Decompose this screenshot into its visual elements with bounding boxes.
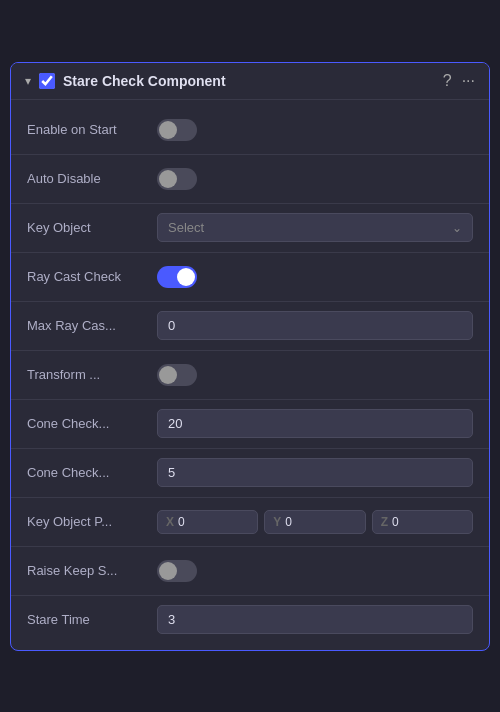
key-object-select-value: Select: [168, 220, 204, 235]
enable-on-start-toggle[interactable]: [157, 119, 197, 141]
x-label: X: [166, 515, 174, 529]
max-ray-cast-label: Max Ray Cas...: [27, 318, 157, 333]
ray-cast-check-toggle[interactable]: [157, 266, 197, 288]
x-value: 0: [178, 515, 185, 529]
z-label: Z: [381, 515, 388, 529]
key-object-position-label: Key Object P...: [27, 514, 157, 529]
z-field[interactable]: Z 0: [372, 510, 473, 534]
raise-keep-s-toggle[interactable]: [157, 560, 197, 582]
ray-cast-check-label: Ray Cast Check: [27, 269, 157, 284]
header-icons: ? ···: [443, 73, 475, 89]
enable-on-start-label: Enable on Start: [27, 122, 157, 137]
collapse-arrow-icon[interactable]: ▾: [25, 74, 31, 88]
panel-body: Enable on Start Auto Disable Key Obj: [11, 100, 489, 650]
stare-time-control: [157, 605, 473, 634]
auto-disable-control: [157, 168, 473, 190]
z-value: 0: [392, 515, 399, 529]
y-field[interactable]: Y 0: [264, 510, 365, 534]
stare-time-input[interactable]: [157, 605, 473, 634]
row-cone-check-1: Cone Check...: [11, 402, 489, 446]
max-ray-cast-control: [157, 311, 473, 340]
cone-check-1-input[interactable]: [157, 409, 473, 438]
cone-check-2-label: Cone Check...: [27, 465, 157, 480]
key-object-select[interactable]: Select ⌄: [157, 213, 473, 242]
key-object-label: Key Object: [27, 220, 157, 235]
xyz-group: X 0 Y 0 Z 0: [157, 510, 473, 534]
cone-check-1-control: [157, 409, 473, 438]
more-options-icon[interactable]: ···: [462, 73, 475, 89]
max-ray-cast-input[interactable]: [157, 311, 473, 340]
row-max-ray-cast: Max Ray Cas...: [11, 304, 489, 348]
x-field[interactable]: X 0: [157, 510, 258, 534]
y-label: Y: [273, 515, 281, 529]
panel-header: ▾ Stare Check Component ? ···: [11, 63, 489, 100]
row-key-object: Key Object Select ⌄: [11, 206, 489, 250]
auto-disable-toggle[interactable]: [157, 168, 197, 190]
transform-toggle[interactable]: [157, 364, 197, 386]
key-object-control: Select ⌄: [157, 213, 473, 242]
stare-check-panel: ▾ Stare Check Component ? ··· Enable on …: [10, 62, 490, 651]
row-stare-time: Stare Time: [11, 598, 489, 642]
cone-check-2-input[interactable]: [157, 458, 473, 487]
row-auto-disable: Auto Disable: [11, 157, 489, 201]
transform-label: Transform ...: [27, 367, 157, 382]
y-value: 0: [285, 515, 292, 529]
row-ray-cast-check: Ray Cast Check: [11, 255, 489, 299]
transform-control: [157, 364, 473, 386]
raise-keep-s-label: Raise Keep S...: [27, 563, 157, 578]
row-transform: Transform ...: [11, 353, 489, 397]
ray-cast-check-control: [157, 266, 473, 288]
key-object-position-control: X 0 Y 0 Z 0: [157, 510, 473, 534]
raise-keep-s-control: [157, 560, 473, 582]
stare-time-label: Stare Time: [27, 612, 157, 627]
cone-check-2-control: [157, 458, 473, 487]
row-cone-check-2: Cone Check...: [11, 451, 489, 495]
help-icon[interactable]: ?: [443, 73, 452, 89]
chevron-down-icon: ⌄: [452, 221, 462, 235]
panel-title: Stare Check Component: [63, 73, 435, 89]
row-key-object-position: Key Object P... X 0 Y 0 Z 0: [11, 500, 489, 544]
cone-check-1-label: Cone Check...: [27, 416, 157, 431]
panel-enabled-checkbox[interactable]: [39, 73, 55, 89]
enable-on-start-control: [157, 119, 473, 141]
row-enable-on-start: Enable on Start: [11, 108, 489, 152]
row-raise-keep-s: Raise Keep S...: [11, 549, 489, 593]
auto-disable-label: Auto Disable: [27, 171, 157, 186]
